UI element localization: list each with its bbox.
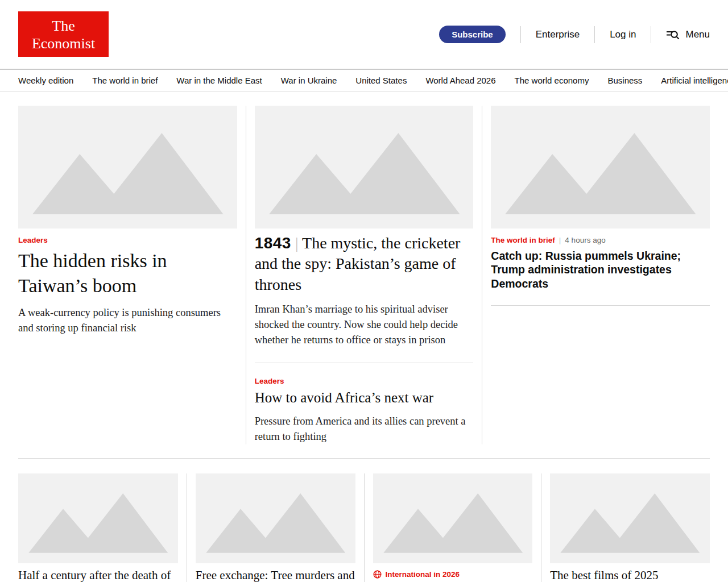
feature-story-image-placeholder[interactable] bbox=[255, 106, 474, 228]
economist-logo[interactable]: The Economist bbox=[18, 11, 109, 57]
bottom-card-headline[interactable]: The best films of 2025 bbox=[550, 568, 710, 582]
enterprise-link[interactable]: Enterprise bbox=[536, 29, 580, 40]
bottom-card-image-placeholder[interactable] bbox=[196, 473, 355, 563]
feature-story-headline[interactable]: 1843 | The mystic, the cricketer and the… bbox=[255, 233, 474, 295]
bottom-card-headline[interactable]: Free exchange: Tree murders and the econ… bbox=[196, 568, 355, 582]
story-divider bbox=[491, 305, 710, 306]
header-actions: Subscribe Enterprise Log in Menu bbox=[439, 0, 710, 69]
leaders-story-standfirst: Pressure from America and its allies can… bbox=[255, 414, 474, 444]
nav-item-world-ahead-2026[interactable]: World Ahead 2026 bbox=[425, 76, 495, 85]
nav-item-united-states[interactable]: United States bbox=[355, 76, 407, 85]
login-link[interactable]: Log in bbox=[610, 29, 636, 40]
top-stories-grid: Leaders The hidden risks in Taiwan’s boo… bbox=[18, 106, 710, 444]
leaders-story-kicker[interactable]: Leaders bbox=[255, 377, 284, 385]
column-divider bbox=[364, 473, 365, 582]
column-divider bbox=[246, 106, 246, 444]
bottom-card-image-placeholder[interactable] bbox=[18, 473, 178, 563]
story-divider bbox=[255, 363, 474, 363]
leaders-story-card: Leaders How to avoid Africa’s next war P… bbox=[255, 376, 474, 444]
brief-story-timestamp: 4 hours ago bbox=[565, 236, 605, 244]
header-divider bbox=[594, 26, 595, 43]
lead-story-standfirst: A weak-currency policy is punishing cons… bbox=[18, 305, 237, 336]
primary-nav: Weekly edition The world in brief War in… bbox=[0, 69, 728, 92]
1843-brand-label: 1843 bbox=[255, 234, 291, 252]
bottom-stories-grid: Half a century after the death of Franco… bbox=[18, 473, 710, 582]
column-divider bbox=[187, 473, 187, 582]
nav-item-artificial-intelligence[interactable]: Artificial intelligence bbox=[661, 76, 728, 85]
feature-column: 1843 | The mystic, the cricketer and the… bbox=[255, 106, 474, 444]
nav-item-weekly-edition[interactable]: Weekly edition bbox=[18, 76, 73, 85]
brief-story-headline[interactable]: Catch up: Russia pummels Ukraine; Trump … bbox=[491, 249, 710, 290]
bottom-card-free-exchange: Free exchange: Tree murders and the econ… bbox=[196, 473, 355, 582]
nav-item-world-in-brief[interactable]: The world in brief bbox=[92, 76, 158, 85]
menu-button[interactable]: Menu bbox=[666, 28, 710, 40]
logo-line-1: The bbox=[18, 17, 109, 35]
brief-story-card: The world in brief | 4 hours ago Catch u… bbox=[491, 106, 710, 444]
brief-story-image-placeholder[interactable] bbox=[491, 106, 710, 228]
column-divider bbox=[541, 473, 541, 582]
bottom-card-image-placeholder[interactable] bbox=[550, 473, 710, 563]
section-divider bbox=[18, 458, 710, 459]
bottom-card-headline[interactable]: Half a century after the death of Franco… bbox=[18, 568, 178, 582]
header-divider bbox=[520, 26, 521, 43]
bottom-card-kicker-row: International in 2026 bbox=[373, 570, 533, 579]
kicker-separator: | bbox=[559, 236, 561, 244]
bottom-card-image-placeholder[interactable] bbox=[373, 473, 533, 563]
bottom-card-franco: Half a century after the death of Franco… bbox=[18, 473, 178, 582]
nav-item-war-middle-east[interactable]: War in the Middle East bbox=[176, 76, 262, 85]
lead-story-kicker[interactable]: Leaders bbox=[18, 236, 48, 244]
search-menu-icon bbox=[666, 28, 680, 40]
brief-story-kicker-row: The world in brief | 4 hours ago bbox=[491, 236, 710, 244]
lead-story-card: Leaders The hidden risks in Taiwan’s boo… bbox=[18, 106, 237, 444]
bottom-card-kicker[interactable]: International in 2026 bbox=[386, 570, 460, 579]
feature-story-standfirst: Imran Khan’s marriage to his spiritual a… bbox=[255, 302, 474, 347]
nav-item-war-ukraine[interactable]: War in Ukraine bbox=[281, 76, 337, 85]
column-divider bbox=[482, 106, 482, 444]
bottom-card-international: International in 2026 Seven conflicts to… bbox=[373, 473, 533, 582]
lead-story-image-placeholder[interactable] bbox=[18, 106, 237, 228]
nav-item-world-economy[interactable]: The world economy bbox=[515, 76, 589, 85]
logo-line-2: Economist bbox=[18, 35, 109, 52]
leaders-story-headline[interactable]: How to avoid Africa’s next war bbox=[255, 389, 474, 408]
headline-separator: | bbox=[295, 234, 299, 252]
bottom-card-best-films: The best films of 2025 They feature prie… bbox=[550, 473, 710, 582]
subscribe-button[interactable]: Subscribe bbox=[439, 26, 506, 43]
nav-item-business[interactable]: Business bbox=[607, 76, 642, 85]
brief-story-kicker[interactable]: The world in brief bbox=[491, 236, 555, 244]
header-divider bbox=[651, 26, 651, 43]
menu-label: Menu bbox=[685, 29, 710, 40]
lead-story-headline[interactable]: The hidden risks in Taiwan’s boom bbox=[18, 248, 237, 298]
globe-icon bbox=[373, 570, 382, 579]
site-header: The Economist Subscribe Enterprise Log i… bbox=[0, 0, 728, 69]
main-content: Leaders The hidden risks in Taiwan’s boo… bbox=[18, 106, 710, 582]
